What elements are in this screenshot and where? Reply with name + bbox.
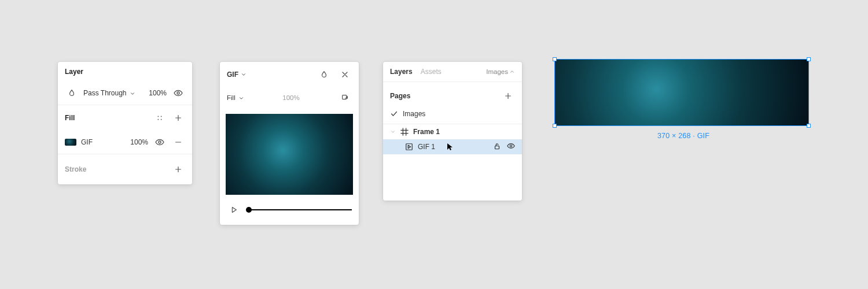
layer-item-row[interactable]: GIF 1 bbox=[383, 139, 522, 154]
gif-fill-mode-row: Fill 100% bbox=[220, 86, 359, 109]
visibility-toggle[interactable] bbox=[171, 86, 185, 100]
fill-row: GIF 100% bbox=[58, 131, 192, 154]
resize-handle-br[interactable] bbox=[807, 124, 811, 128]
gif-fill-popover: GIF Fill 100% bbox=[220, 62, 359, 225]
gif-scrubber[interactable] bbox=[249, 209, 352, 210]
fill-visibility-toggle[interactable] bbox=[153, 135, 167, 149]
gif-fill-mode-label: Fill bbox=[227, 94, 236, 101]
lock-toggle[interactable] bbox=[493, 142, 501, 152]
svg-point-0 bbox=[177, 92, 179, 94]
blend-mode-icon[interactable] bbox=[317, 68, 331, 81]
fill-options-icon[interactable] bbox=[153, 111, 167, 125]
gif-fill-mode-select[interactable]: Fill bbox=[227, 94, 244, 101]
layer-properties-panel: Layer Pass Through 100% Fill bbox=[58, 62, 192, 184]
fill-section: Fill GIF 100% bbox=[58, 105, 192, 154]
tab-assets[interactable]: Assets bbox=[421, 68, 442, 76]
svg-point-2 bbox=[161, 116, 162, 117]
gif-scrubber-knob[interactable] bbox=[246, 207, 252, 213]
blend-mode-row: Pass Through 100% bbox=[58, 81, 192, 105]
layer-section-header: Layer bbox=[58, 62, 192, 81]
fill-type-label[interactable]: GIF bbox=[81, 138, 126, 146]
gif-fill-opacity-value[interactable]: 100% bbox=[282, 94, 299, 101]
stroke-section-title: Stroke bbox=[65, 165, 86, 173]
caret-down-icon bbox=[390, 129, 396, 135]
remove-fill-button[interactable] bbox=[171, 135, 185, 149]
page-row[interactable]: Images bbox=[383, 106, 522, 124]
fill-swatch[interactable] bbox=[65, 139, 76, 146]
check-icon bbox=[390, 110, 398, 118]
blend-mode-icon bbox=[65, 86, 79, 100]
gif-popover-header: GIF bbox=[220, 62, 359, 86]
svg-point-5 bbox=[159, 141, 161, 143]
layer-name: GIF 1 bbox=[418, 143, 435, 151]
svg-point-1 bbox=[158, 116, 159, 117]
fill-section-header: Fill bbox=[58, 105, 192, 131]
selection-dimensions-label: 370 × 268 · GIF bbox=[554, 132, 812, 140]
frame-icon bbox=[400, 128, 409, 136]
canvas-selection: 370 × 268 · GIF bbox=[554, 59, 812, 140]
layer-section: Layer Pass Through 100% bbox=[58, 62, 192, 105]
visibility-toggle[interactable] bbox=[507, 142, 515, 152]
page-picker-label: Images bbox=[486, 68, 508, 75]
selected-gif-on-canvas[interactable] bbox=[554, 59, 809, 126]
svg-point-3 bbox=[158, 119, 159, 120]
stroke-section-header: Stroke bbox=[58, 154, 192, 184]
rotate-image-button[interactable] bbox=[338, 91, 352, 105]
layer-section-title: Layer bbox=[65, 68, 83, 76]
add-fill-button[interactable] bbox=[171, 111, 185, 125]
gif-type-label: GIF bbox=[227, 71, 238, 79]
layers-panel: Layers Assets Images Pages Images Frame … bbox=[383, 62, 522, 201]
fill-opacity-value[interactable]: 100% bbox=[130, 138, 148, 146]
svg-rect-6 bbox=[343, 95, 347, 99]
gif-type-select[interactable]: GIF bbox=[227, 71, 247, 79]
resize-handle-bl[interactable] bbox=[553, 124, 557, 128]
fill-section-title: Fill bbox=[65, 114, 75, 122]
frame-row[interactable]: Frame 1 bbox=[383, 124, 522, 139]
gif-player bbox=[227, 204, 352, 216]
tab-layers[interactable]: Layers bbox=[390, 68, 413, 76]
play-button[interactable] bbox=[227, 203, 241, 217]
svg-point-9 bbox=[510, 145, 512, 147]
resize-handle-tl[interactable] bbox=[553, 57, 557, 61]
blend-mode-value: Pass Through bbox=[83, 89, 127, 97]
cursor-icon bbox=[447, 143, 454, 153]
add-page-button[interactable] bbox=[501, 89, 515, 103]
page-picker[interactable]: Images bbox=[486, 68, 515, 75]
pages-title: Pages bbox=[390, 92, 410, 100]
frame-name: Frame 1 bbox=[413, 128, 440, 136]
gif-preview[interactable] bbox=[226, 114, 353, 195]
stroke-section: Stroke bbox=[58, 154, 192, 184]
pages-section-header: Pages bbox=[383, 82, 522, 106]
resize-handle-tr[interactable] bbox=[807, 57, 811, 61]
svg-rect-8 bbox=[495, 146, 499, 149]
svg-rect-7 bbox=[406, 144, 413, 150]
gif-layer-icon bbox=[405, 143, 413, 151]
page-name: Images bbox=[403, 110, 425, 118]
layers-panel-tabs: Layers Assets Images bbox=[383, 62, 522, 82]
add-stroke-button[interactable] bbox=[171, 162, 185, 176]
close-button[interactable] bbox=[338, 68, 352, 81]
blend-mode-select[interactable]: Pass Through bbox=[83, 89, 144, 97]
opacity-value[interactable]: 100% bbox=[149, 89, 167, 97]
svg-point-4 bbox=[161, 119, 162, 120]
